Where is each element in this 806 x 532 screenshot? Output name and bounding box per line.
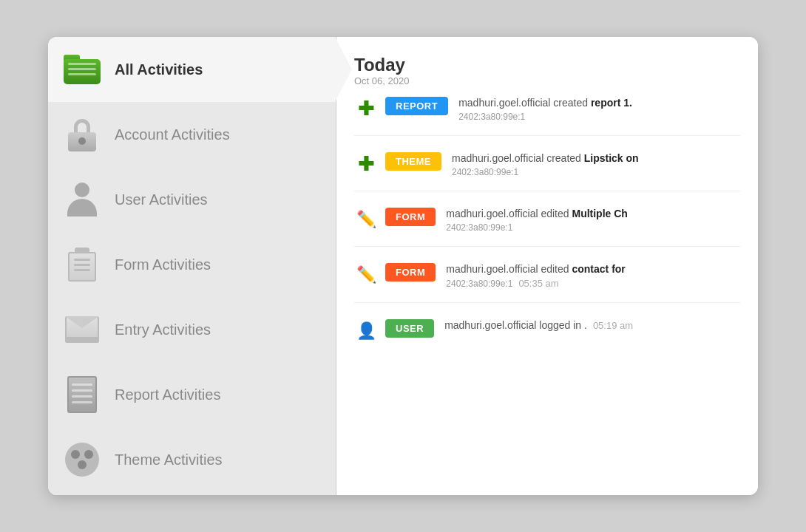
activity-description: madhuri.goel.official created report 1.	[458, 97, 632, 109]
date-title: Today	[354, 55, 740, 75]
activity-meta: 2402:3a80:99e:105:35 am	[446, 278, 740, 289]
activity-row: ✚ REPORT madhuri.goel.official created r…	[354, 97, 740, 136]
main-content: Today Oct 06, 2020 ✚ REPORT madhuri.goel…	[336, 37, 758, 495]
folder-icon	[63, 50, 101, 89]
activity-text: madhuri.goel.official created Lipstick o…	[452, 152, 740, 177]
activity-badge: FORM	[385, 263, 436, 282]
activity-text: madhuri.goel.official created report 1. …	[458, 97, 740, 122]
activity-icon: ✚	[354, 152, 378, 176]
activity-row: ✏️ FORM madhuri.goel.official edited Mul…	[354, 208, 740, 247]
activity-badge: USER	[385, 319, 434, 338]
clipboard-icon	[63, 245, 101, 284]
activity-meta: 2402:3a80:99e:1	[446, 222, 740, 233]
sidebar-label-account: Account Activities	[115, 126, 230, 143]
activity-badge: REPORT	[385, 97, 448, 115]
sidebar-label-user: User Activities	[115, 191, 208, 208]
sidebar-item-account[interactable]: Account Activities	[48, 102, 336, 167]
date-header: Today Oct 06, 2020	[354, 55, 740, 86]
sidebar-label-form: Form Activities	[115, 256, 211, 273]
lock-icon	[63, 115, 101, 154]
palette-icon	[63, 440, 101, 479]
sidebar-label-report: Report Activities	[115, 386, 220, 403]
activity-description: madhuri.goel.official created Lipstick o…	[452, 152, 639, 164]
activity-text: madhuri.goel.official edited contact for…	[446, 263, 740, 289]
activity-description: madhuri.goel.official edited Multiple Ch	[446, 208, 628, 219]
activity-bold: report 1.	[591, 97, 632, 109]
user-icon	[63, 180, 101, 219]
activity-row: 👤 USER madhuri.goel.official logged in .…	[354, 319, 740, 356]
sidebar-label-entry: Entry Activities	[115, 321, 211, 338]
sidebar-item-form[interactable]: Form Activities	[48, 232, 336, 297]
sidebar-item-report[interactable]: Report Activities	[48, 362, 336, 427]
activity-description: madhuri.goel.official logged in .05:19 a…	[444, 319, 633, 331]
activity-badge: FORM	[385, 208, 436, 226]
sidebar: All Activities Account Activities	[48, 37, 336, 495]
activity-bold: Multiple Ch	[572, 208, 627, 219]
main-container: All Activities Account Activities	[48, 37, 758, 495]
activity-badge: THEME	[385, 152, 441, 171]
activity-description: madhuri.goel.official edited contact for	[446, 263, 626, 275]
activity-text: madhuri.goel.official edited Multiple Ch…	[446, 208, 740, 233]
activity-time: 05:19 am	[593, 320, 633, 331]
sidebar-label-all: All Activities	[115, 61, 203, 78]
letter-icon	[63, 310, 101, 349]
activity-bold: contact for	[572, 263, 625, 275]
sidebar-item-theme[interactable]: Theme Activities	[48, 427, 336, 492]
activity-text: madhuri.goel.official logged in .05:19 a…	[444, 319, 740, 331]
activities-list: ✚ REPORT madhuri.goel.official created r…	[354, 97, 740, 356]
activity-icon: ✏️	[354, 263, 378, 287]
sidebar-item-entry[interactable]: Entry Activities	[48, 297, 336, 362]
sidebar-item-all[interactable]: All Activities	[48, 37, 336, 102]
sidebar-label-theme: Theme Activities	[115, 451, 223, 468]
activity-icon: ✚	[354, 97, 378, 120]
date-subtitle: Oct 06, 2020	[354, 75, 740, 86]
activity-meta: 2402:3a80:99e:1	[458, 112, 740, 122]
activity-time: 05:35 am	[518, 278, 558, 289]
activity-row: ✏️ FORM madhuri.goel.official edited con…	[354, 263, 740, 303]
report-icon	[63, 375, 101, 414]
activity-icon: 👤	[354, 319, 378, 343]
activity-icon: ✏️	[354, 208, 378, 231]
activity-row: ✚ THEME madhuri.goel.official created Li…	[354, 152, 740, 191]
activity-meta: 2402:3a80:99e:1	[452, 167, 740, 177]
sidebar-item-user[interactable]: User Activities	[48, 167, 336, 232]
activity-bold: Lipstick on	[584, 152, 639, 164]
